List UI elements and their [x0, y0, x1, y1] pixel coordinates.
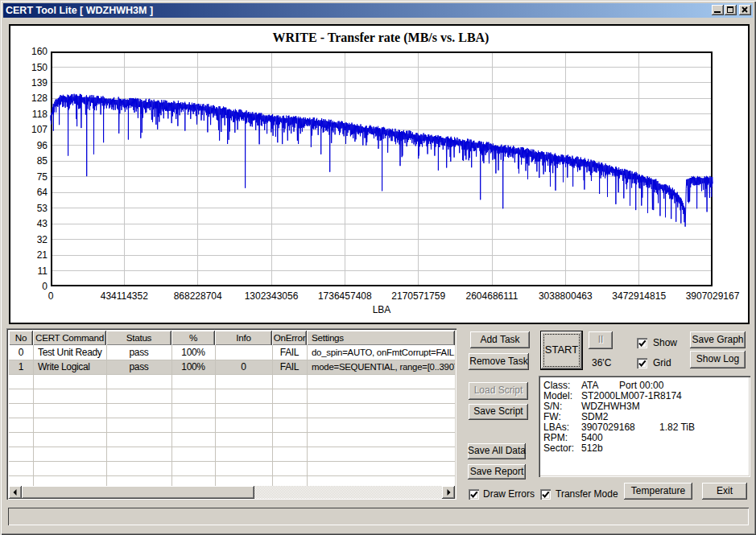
- svg-text:32: 32: [37, 234, 48, 245]
- svg-text:21: 21: [37, 249, 48, 261]
- svg-text:2170571759: 2170571759: [391, 290, 445, 302]
- svg-text:3907029167: 3907029167: [686, 290, 740, 302]
- svg-text:1736457408: 1736457408: [318, 290, 372, 302]
- svg-text:43: 43: [37, 218, 48, 229]
- svg-text:64: 64: [37, 187, 48, 198]
- svg-text:3038800463: 3038800463: [539, 290, 593, 302]
- svg-text:WRITE - Transfer rate (MB/s vs: WRITE - Transfer rate (MB/s vs. LBA): [273, 31, 490, 45]
- svg-text:96: 96: [37, 140, 48, 151]
- svg-text:75: 75: [37, 171, 48, 183]
- svg-text:11: 11: [38, 265, 48, 277]
- svg-text:0: 0: [42, 281, 48, 292]
- svg-text:160: 160: [31, 46, 48, 57]
- svg-text:1302343056: 1302343056: [245, 290, 299, 302]
- svg-text:434114352: 434114352: [101, 290, 149, 302]
- svg-text:118: 118: [32, 109, 48, 120]
- svg-text:0: 0: [48, 290, 54, 302]
- svg-text:2604686111: 2604686111: [466, 290, 518, 302]
- svg-text:LBA: LBA: [373, 304, 391, 315]
- svg-text:3472914815: 3472914815: [612, 290, 666, 302]
- svg-text:53: 53: [37, 203, 48, 214]
- svg-text:128: 128: [31, 93, 48, 104]
- svg-text:107: 107: [31, 124, 48, 135]
- svg-text:868228704: 868228704: [174, 290, 222, 302]
- svg-text:150: 150: [31, 62, 48, 73]
- svg-text:85: 85: [37, 155, 48, 167]
- svg-text:139: 139: [31, 77, 48, 88]
